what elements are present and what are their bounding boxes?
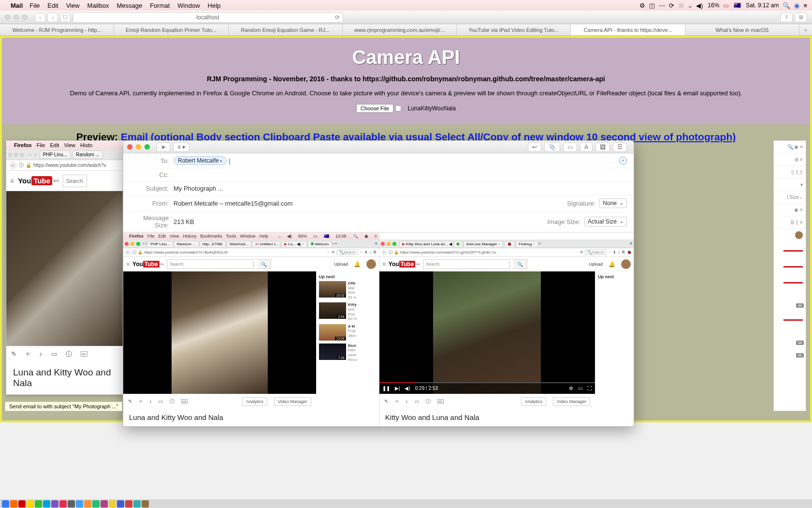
menu-item[interactable]: View: [64, 142, 75, 148]
maximize-button[interactable]: [22, 15, 28, 20]
send-button[interactable]: ➤: [157, 142, 170, 152]
browser-tab[interactable]: Random Emoji Equation Game - RJ...: [229, 24, 343, 35]
list-button[interactable]: ☰: [613, 142, 627, 152]
mail-body[interactable]: Firefox File Edit View History Bookmarks…: [123, 233, 634, 426]
menu-edit[interactable]: Edit: [47, 2, 58, 9]
back-button[interactable]: ‹: [35, 13, 45, 22]
notification-center-icon[interactable]: ≡: [803, 2, 807, 9]
browser-tab[interactable]: Emoji Random Equation Primer Tuto...: [114, 24, 228, 35]
menu-file[interactable]: File: [29, 2, 40, 9]
dock-app-icon[interactable]: [27, 500, 34, 508]
status-icon[interactable]: ⋯: [659, 2, 665, 9]
status-icon[interactable]: ◫: [649, 2, 655, 9]
maximize-button[interactable]: [20, 153, 24, 157]
card-icon[interactable]: ▭: [51, 350, 57, 358]
status-icon[interactable]: ⟳: [669, 2, 674, 9]
cc-field[interactable]: Cc:: [123, 168, 634, 182]
dock-app-icon[interactable]: [133, 500, 141, 508]
wifi-icon[interactable]: ⌵: [688, 2, 692, 9]
maximize-button[interactable]: [145, 144, 150, 149]
attach-button[interactable]: 📎: [544, 142, 560, 152]
subject-value[interactable]: My Photograph ...: [174, 185, 223, 192]
youtube-player[interactable]: [6, 191, 131, 346]
battery-percent[interactable]: 16%: [708, 2, 719, 9]
browser-tab-active[interactable]: Camera API - thanks to https://deve...: [571, 24, 685, 35]
battery-icon[interactable]: ▭: [723, 2, 729, 9]
dock-app-icon[interactable]: [109, 500, 116, 508]
minimize-button[interactable]: [14, 153, 18, 157]
menu-window[interactable]: Window: [177, 2, 200, 9]
pencil-icon[interactable]: ✎: [11, 350, 16, 358]
new-tab-button[interactable]: +: [799, 24, 812, 35]
menu-item[interactable]: File: [37, 142, 45, 148]
info-icon[interactable]: ⓘ: [19, 162, 24, 169]
youtube-search-input[interactable]: [63, 175, 87, 187]
menu-mailbox[interactable]: Mailbox: [87, 2, 109, 9]
menu-item[interactable]: Histo: [80, 142, 92, 148]
forward-icon[interactable]: ›: [35, 152, 36, 157]
dock-app-icon[interactable]: [92, 500, 100, 508]
dock[interactable]: [0, 499, 812, 508]
menubar-clock[interactable]: Sat. 9:12 am: [746, 2, 779, 9]
tabs-button[interactable]: ⊞: [795, 13, 807, 22]
font-button[interactable]: A: [580, 142, 593, 152]
minimize-button[interactable]: [136, 144, 141, 149]
back-button[interactable]: ←: [9, 162, 17, 169]
dock-app-icon[interactable]: [43, 500, 50, 508]
browser-tab[interactable]: www.rjmprogramming.com.au/emoji/...: [343, 24, 457, 35]
browser-tab[interactable]: Welcome - RJM Programming - http...: [0, 24, 114, 35]
choose-file-button[interactable]: Choose File: [356, 104, 393, 113]
menu-view[interactable]: View: [66, 2, 80, 9]
dock-app-icon[interactable]: [117, 500, 124, 508]
from-value[interactable]: Robert Metcalfe – rmetcalfe15@gmail.com: [174, 200, 293, 207]
dock-app-icon[interactable]: [125, 500, 132, 508]
flag-icon[interactable]: 🇦🇺: [734, 2, 741, 9]
signature-select[interactable]: None: [599, 198, 627, 208]
size-select[interactable]: l Size ⌄: [774, 191, 806, 204]
dock-app-icon[interactable]: [2, 500, 9, 508]
reply-button[interactable]: ↩: [528, 142, 541, 152]
close-button[interactable]: [127, 144, 132, 149]
active-app-name[interactable]: Mail: [11, 2, 23, 9]
address-bar[interactable]: localhost ⟳: [72, 12, 343, 23]
forward-button[interactable]: ›: [47, 13, 58, 22]
info-icon[interactable]: ⓘ: [66, 350, 72, 359]
add-recipient-button[interactable]: +: [619, 157, 627, 164]
menu-item[interactable]: Edit: [50, 142, 59, 148]
subject-field[interactable]: Subject: My Photograph ...: [123, 182, 634, 195]
dock-app-icon[interactable]: [51, 500, 58, 508]
browser-tab[interactable]: What's New in macOS: [685, 24, 799, 35]
close-button[interactable]: [8, 153, 12, 157]
status-icon[interactable]: ⚙: [639, 2, 645, 9]
dock-app-icon[interactable]: [18, 500, 26, 508]
minimize-button[interactable]: [14, 15, 19, 20]
dock-app-icon[interactable]: [84, 500, 91, 508]
format-button[interactable]: ▭: [563, 142, 577, 152]
browser-tab[interactable]: YouTube via iPad Video Editing Tuto...: [457, 24, 571, 35]
spotlight-icon[interactable]: 🔍: [783, 2, 790, 9]
recipient-token[interactable]: Robert Metcalfe: [174, 156, 227, 165]
back-icon[interactable]: ‹: [29, 152, 31, 157]
hamburger-icon[interactable]: ≡: [10, 177, 14, 185]
dock-app-icon[interactable]: [76, 500, 83, 508]
wand-icon[interactable]: ✧: [25, 350, 30, 358]
firefox-url-bar[interactable]: ← ⓘ 🔒 https://www.youtube.com/watch?v: [6, 160, 131, 171]
bluetooth-icon[interactable]: ⌘: [678, 2, 684, 9]
dock-app-icon[interactable]: [35, 500, 42, 508]
dock-app-icon[interactable]: [68, 500, 75, 508]
image-size-select[interactable]: Actual Size: [584, 217, 627, 226]
firefox-tab[interactable]: PHP Linu...: [40, 150, 71, 159]
music-icon[interactable]: ♪: [39, 350, 43, 358]
menu-message[interactable]: Message: [116, 2, 142, 9]
close-button[interactable]: [5, 15, 10, 20]
sidebar-button[interactable]: ☐: [60, 13, 71, 22]
dock-app-icon[interactable]: [101, 500, 108, 508]
cc-icon[interactable]: cc: [81, 351, 87, 357]
dock-app-icon[interactable]: [59, 500, 67, 508]
share-button[interactable]: ⇧: [780, 13, 793, 22]
reload-icon[interactable]: ⟳: [335, 14, 340, 21]
volume-icon[interactable]: ◀): [696, 2, 703, 9]
menu-format[interactable]: Format: [150, 2, 170, 9]
firefox-tab[interactable]: Random ...: [72, 150, 103, 159]
dock-app-icon[interactable]: [10, 500, 17, 508]
